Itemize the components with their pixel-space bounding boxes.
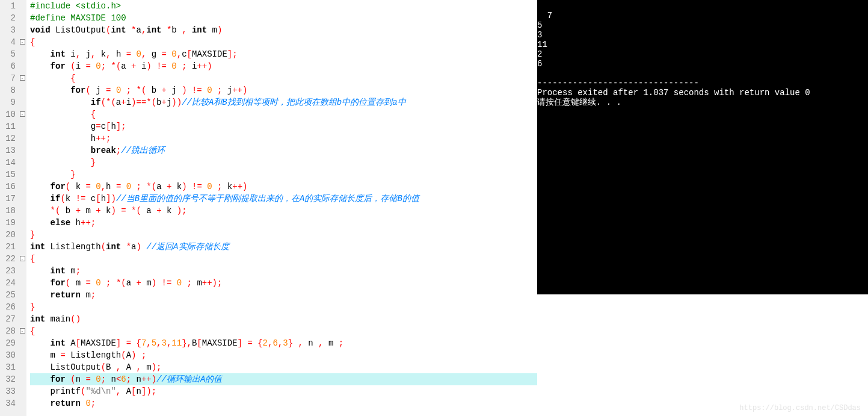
line-number: 1 [0, 0, 16, 12]
line-number: 12 [0, 132, 16, 144]
code-line[interactable]: h++; [30, 132, 537, 144]
line-number: 30 [0, 349, 16, 361]
code-line[interactable]: #include <stdio.h> [30, 0, 537, 12]
line-number: 15 [0, 169, 16, 181]
code-line[interactable]: int main() [30, 313, 537, 325]
fold-toggle-icon[interactable]: - [20, 256, 25, 261]
code-line[interactable]: { [30, 325, 537, 337]
code-line[interactable]: for( j = 0 ; *( b + j ) != 0 ; j++) [30, 84, 537, 96]
fold-toggle-icon[interactable]: - [20, 75, 25, 81]
code-line[interactable]: g=c[h]; [30, 120, 537, 132]
line-number: 6 [0, 60, 16, 72]
line-number: 26 [0, 301, 16, 313]
code-line[interactable]: int A[MAXSIDE] = {7,5,3,11},B[MAXSIDE] =… [30, 337, 537, 349]
code-line[interactable]: { [30, 108, 537, 120]
line-number: 21 [0, 241, 16, 253]
code-area[interactable]: #include <stdio.h>#define MAXSIDE 100voi… [26, 0, 537, 416]
line-number: 9 [0, 96, 16, 108]
code-line[interactable]: int m; [30, 265, 537, 277]
line-number: 10 [0, 108, 16, 120]
code-line[interactable]: for (i = 0; *(a + i) != 0 ; i++) [30, 60, 537, 72]
line-number: 24 [0, 277, 16, 289]
fold-toggle-icon[interactable]: - [20, 39, 25, 45]
line-number: 29 [0, 337, 16, 349]
code-line[interactable]: } [30, 229, 537, 241]
code-editor[interactable]: 1234567891011121314151617181920212223242… [0, 0, 537, 416]
line-number: 32 [0, 373, 16, 385]
line-number: 16 [0, 181, 16, 193]
code-line[interactable]: return 0; [30, 397, 537, 409]
line-number: 25 [0, 289, 16, 301]
code-line[interactable]: printf("%d\n", A[n]); [30, 385, 537, 397]
code-line[interactable]: int Listlength(int *a) //返回A实际存储长度 [30, 241, 537, 253]
code-line[interactable]: int i, j, k, h = 0, g = 0,c[MAXSIDE]; [30, 48, 537, 60]
code-line[interactable]: if(k != c[h])//当B里面的值的序号不等于刚刚提取出来的，在A的实际… [30, 193, 537, 205]
line-number: 2 [0, 12, 16, 24]
line-number: 14 [0, 157, 16, 169]
line-number: 27 [0, 313, 16, 325]
line-number: 8 [0, 84, 16, 96]
fold-toggle-icon[interactable]: - [20, 328, 25, 334]
line-number: 22 [0, 253, 16, 265]
terminal-output: 7 5 3 11 2 6 ---------------------------… [537, 0, 868, 294]
code-line[interactable]: } [30, 157, 537, 169]
line-number: 18 [0, 205, 16, 217]
code-line[interactable]: { [30, 72, 537, 84]
code-line[interactable]: else h++; [30, 217, 537, 229]
line-number: 3 [0, 24, 16, 36]
code-line[interactable]: break;//跳出循环 [30, 144, 537, 157]
code-line[interactable]: ListOutput(B , A , m); [30, 361, 537, 373]
code-line[interactable]: for( k = 0,h = 0 ; *(a + k) != 0 ; k++) [30, 181, 537, 193]
line-number: 33 [0, 385, 16, 397]
code-line[interactable]: } [30, 169, 537, 181]
line-number: 23 [0, 265, 16, 277]
line-number: 17 [0, 193, 16, 205]
code-line[interactable]: void ListOutput(int *a,int *b , int m) [30, 24, 537, 36]
watermark: https://blog.csdn.net/CSDdas [739, 404, 861, 412]
line-number: 34 [0, 397, 16, 409]
line-number: 31 [0, 361, 16, 373]
line-number: 5 [0, 48, 16, 60]
code-line[interactable]: for( m = 0 ; *(a + m) != 0 ; m++); [30, 277, 537, 289]
code-line[interactable]: } [30, 301, 537, 313]
fold-gutter[interactable]: ----- [18, 0, 26, 416]
line-number: 13 [0, 144, 16, 157]
line-number: 11 [0, 120, 16, 132]
code-line[interactable]: for (n = 0; n<6; n++)//循环输出A的值 [30, 373, 537, 385]
code-line[interactable]: { [30, 253, 537, 265]
line-number: 7 [0, 72, 16, 84]
code-line[interactable]: m = Listlength(A) ; [30, 349, 537, 361]
line-number: 28 [0, 325, 16, 337]
code-line[interactable]: #define MAXSIDE 100 [30, 12, 537, 24]
line-number-gutter: 1234567891011121314151617181920212223242… [0, 0, 18, 416]
code-line[interactable]: { [30, 36, 537, 48]
terminal-text: 7 5 3 11 2 6 ---------------------------… [537, 11, 810, 107]
code-line[interactable]: if(*(a+i)==*(b+j))//比较A和B找到相等项时，把此项在数组b中… [30, 96, 537, 108]
fold-toggle-icon[interactable]: - [20, 111, 25, 117]
line-number: 4 [0, 36, 16, 48]
line-number: 19 [0, 217, 16, 229]
line-number: 20 [0, 229, 16, 241]
code-line[interactable]: *( b + m + k) = *( a + k ); [30, 205, 537, 217]
code-line[interactable]: return m; [30, 289, 537, 301]
